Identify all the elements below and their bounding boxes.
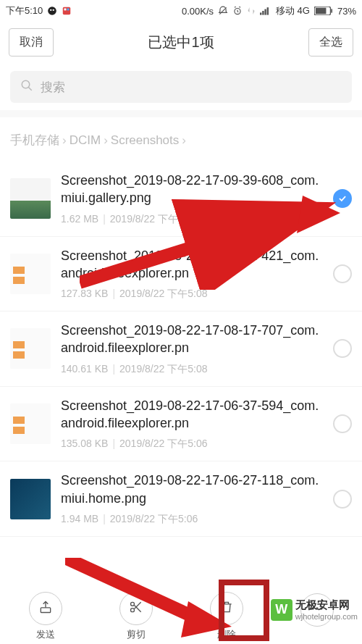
selection-header: 取消 已选中1项 全选	[0, 22, 362, 62]
svg-line-16	[28, 87, 32, 91]
file-checkbox[interactable]	[333, 339, 352, 358]
svg-line-6	[219, 7, 226, 14]
breadcrumb: 手机存储 › DCIM › Screenshots ›	[0, 110, 362, 162]
file-meta: 1.62 MB|2019/8/22 下午5:09	[61, 213, 326, 226]
file-item[interactable]: Screenshot_2019-08-22-17-08-22-421_com.a…	[0, 237, 362, 312]
search-wrap: 搜索	[0, 62, 362, 110]
data-icon	[247, 6, 256, 16]
status-time: 下午5:10	[6, 4, 43, 17]
svg-rect-17	[41, 608, 50, 613]
share-icon	[38, 600, 53, 617]
svg-rect-13	[316, 8, 327, 14]
watermark-name: 无极安卓网	[295, 598, 358, 612]
chevron-right-icon: ›	[62, 133, 67, 148]
file-thumbnail	[10, 328, 51, 369]
svg-point-15	[22, 80, 30, 88]
battery-pct: 73%	[337, 6, 356, 17]
file-item[interactable]: Screenshot_2019-08-22-17-08-17-707_com.a…	[0, 311, 362, 387]
scissors-icon	[129, 600, 143, 617]
chevron-right-icon: ›	[182, 133, 186, 148]
watermark-url: wjhotelgroup.com	[295, 612, 358, 621]
svg-rect-5	[67, 9, 70, 11]
svg-rect-8	[260, 12, 261, 14]
svg-line-20	[134, 606, 140, 612]
file-thumbnail	[10, 178, 51, 219]
search-icon	[20, 79, 33, 96]
delete-button[interactable]: 删除	[210, 592, 243, 641]
net-speed: 0.00K/s	[182, 6, 214, 17]
file-item[interactable]: Screenshot_2019-08-22-17-09-39-608_com.m…	[0, 162, 362, 237]
send-button[interactable]: 发送	[29, 592, 62, 641]
trash-icon	[219, 600, 234, 617]
svg-rect-14	[331, 9, 332, 12]
file-checkbox[interactable]	[333, 264, 352, 283]
file-name: Screenshot_2019-08-22-17-06-37-594_com.a…	[61, 397, 326, 432]
svg-point-2	[53, 9, 54, 11]
file-meta: 140.61 KB|2019/8/22 下午5:08	[61, 363, 326, 376]
file-thumbnail	[10, 479, 51, 519]
carrier: 移动 4G	[276, 4, 310, 17]
watermark-logo: W	[271, 599, 292, 621]
file-name: Screenshot_2019-08-22-17-08-22-421_com.a…	[61, 247, 326, 283]
search-input[interactable]: 搜索	[10, 71, 352, 103]
svg-rect-4	[64, 9, 67, 11]
cut-button[interactable]: 剪切	[119, 592, 153, 641]
svg-rect-3	[63, 7, 71, 15]
svg-rect-9	[262, 11, 264, 15]
battery-icon	[314, 7, 333, 15]
chevron-right-icon: ›	[104, 133, 108, 148]
svg-line-21	[134, 602, 140, 609]
signal-icon	[260, 7, 272, 15]
status-bar: 下午5:10 0.00K/s 移动 4G 73%	[0, 0, 362, 22]
svg-point-0	[48, 7, 56, 15]
file-name: Screenshot_2019-08-22-17-06-27-118_com.m…	[61, 472, 326, 507]
cancel-button[interactable]: 取消	[9, 28, 54, 57]
file-thumbnail	[10, 403, 51, 444]
file-meta: 127.83 KB|2019/8/22 下午5:08	[61, 288, 326, 301]
svg-point-19	[130, 609, 134, 612]
file-item[interactable]: Screenshot_2019-08-22-17-06-37-594_com.a…	[0, 387, 362, 462]
file-meta: 1.94 MB|2019/8/22 下午5:06	[61, 513, 326, 526]
svg-rect-10	[264, 9, 266, 15]
qq-icon	[47, 6, 57, 16]
crumb-screenshots[interactable]: Screenshots	[111, 133, 180, 148]
alarm-icon	[232, 6, 243, 16]
file-checkbox[interactable]	[333, 490, 352, 509]
watermark: W 无极安卓网 wjhotelgroup.com	[271, 598, 358, 621]
svg-point-18	[130, 602, 134, 606]
file-item[interactable]: Screenshot_2019-08-22-17-06-27-118_com.m…	[0, 461, 362, 537]
mute-icon	[218, 6, 228, 16]
file-list: Screenshot_2019-08-22-17-09-39-608_com.m…	[0, 162, 362, 537]
file-meta: 135.08 KB|2019/8/22 下午5:06	[61, 438, 326, 451]
app-icon	[62, 6, 72, 16]
crumb-root[interactable]: 手机存储	[10, 132, 59, 149]
file-name: Screenshot_2019-08-22-17-09-39-608_com.m…	[61, 172, 326, 207]
crumb-dcim[interactable]: DCIM	[70, 133, 101, 148]
svg-point-1	[50, 9, 51, 11]
search-placeholder: 搜索	[41, 79, 65, 96]
file-thumbnail	[10, 254, 51, 294]
file-checkbox[interactable]	[333, 414, 352, 433]
file-checkbox[interactable]	[333, 189, 352, 208]
header-title: 已选中1项	[54, 33, 308, 52]
svg-rect-11	[267, 7, 269, 14]
select-all-button[interactable]: 全选	[308, 28, 353, 57]
file-name: Screenshot_2019-08-22-17-08-17-707_com.a…	[61, 322, 326, 357]
